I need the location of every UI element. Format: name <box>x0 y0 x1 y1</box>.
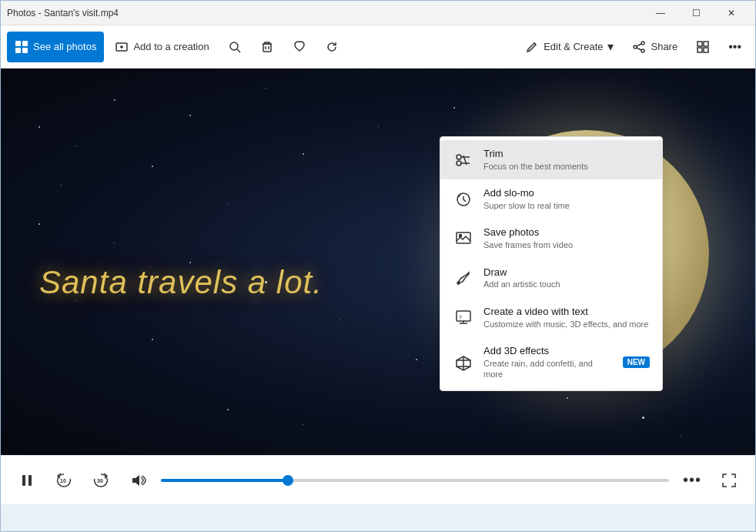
svg-rect-0 <box>15 41 21 46</box>
trim-title: Trim <box>483 148 650 161</box>
view-icon <box>696 40 710 54</box>
video-overlay-text: Santa travels a lot. <box>39 264 323 301</box>
draw-title: Draw <box>483 266 650 279</box>
add-to-creation-button[interactable]: Add to a creation <box>107 32 216 62</box>
title-bar: Photos - Santan's visit.mp4 — ☐ ✕ <box>1 1 755 25</box>
menu-item-save-photos[interactable]: Save photos Save frames from video <box>440 219 662 258</box>
rotate-icon <box>325 40 339 54</box>
share-button[interactable]: Share <box>624 32 685 62</box>
svg-rect-3 <box>22 48 28 53</box>
rotate-button[interactable] <box>317 32 346 62</box>
svg-rect-54 <box>28 475 32 486</box>
minimize-button[interactable]: — <box>643 1 678 25</box>
video-text-subtitle: Customize with music, 3D effects, and mo… <box>483 319 650 330</box>
zoom-button[interactable] <box>220 32 249 62</box>
slomo-text: Add slo-mo Super slow to real time <box>483 187 650 211</box>
slomo-subtitle: Super slow to real time <box>483 200 650 211</box>
svg-rect-9 <box>263 44 271 52</box>
draw-icon <box>453 267 474 289</box>
save-photos-title: Save photos <box>483 226 650 239</box>
3d-effects-icon <box>453 352 474 373</box>
toolbar: See all photos Add to a creation <box>1 25 755 69</box>
more-options-icon: ••• <box>683 471 701 489</box>
svg-point-44 <box>457 282 460 284</box>
svg-line-12 <box>534 43 536 45</box>
maximize-button[interactable]: ☐ <box>678 1 714 25</box>
menu-item-3d-effects[interactable]: Add 3D effects Create rain, add confetti… <box>440 337 662 387</box>
draw-text: Draw Add an artistic touch <box>483 266 650 290</box>
window-title: Photos - Santan's visit.mp4 <box>7 8 119 18</box>
3d-effects-subtitle: Create rain, add confetti, and more <box>483 358 614 380</box>
svg-line-17 <box>637 48 641 50</box>
skip-fwd-30-button[interactable]: 30 <box>87 467 115 494</box>
trim-subtitle: Focus on the best moments <box>483 161 650 172</box>
svg-text:T: T <box>459 314 463 320</box>
see-all-photos-button[interactable]: See all photos <box>7 32 104 62</box>
slomo-icon <box>453 189 474 210</box>
svg-rect-1 <box>22 41 28 46</box>
progress-bar[interactable] <box>161 479 669 482</box>
menu-item-draw[interactable]: Draw Add an artistic touch <box>440 259 662 298</box>
slomo-title: Add slo-mo <box>483 187 650 200</box>
close-button[interactable]: ✕ <box>714 1 749 25</box>
menu-item-video-text[interactable]: T Create a video with text Customize wit… <box>440 298 662 337</box>
new-badge: NEW <box>623 356 650 368</box>
playback-controls: 10 30 ••• <box>1 455 755 504</box>
see-all-photos-label: See all photos <box>33 41 96 52</box>
svg-point-37 <box>457 161 461 166</box>
more-icon: ••• <box>728 40 741 54</box>
svg-rect-21 <box>704 48 708 52</box>
save-photos-text: Save photos Save frames from video <box>483 226 650 250</box>
window-controls: — ☐ ✕ <box>643 1 749 25</box>
svg-rect-20 <box>697 48 702 52</box>
edit-create-label: Edit & Create <box>544 41 603 52</box>
video-player: Santa travels a lot. Trim Focus on the b… <box>1 69 755 455</box>
edit-icon <box>525 40 539 54</box>
svg-point-14 <box>634 45 637 49</box>
add-creation-icon <box>115 40 129 54</box>
heart-icon <box>293 40 306 54</box>
3d-effects-text: Add 3D effects Create rain, add confetti… <box>483 345 614 380</box>
video-text-title: Create a video with text <box>483 306 650 319</box>
play-pause-button[interactable] <box>13 467 41 494</box>
more-options-button[interactable]: ••• <box>678 467 706 494</box>
volume-button[interactable] <box>124 467 152 494</box>
video-text-text: Create a video with text Customize with … <box>483 306 650 330</box>
trim-text: Trim Focus on the best moments <box>483 148 650 172</box>
video-text-icon: T <box>453 306 474 328</box>
progress-thumb[interactable] <box>283 475 293 486</box>
fullscreen-button[interactable] <box>715 467 743 494</box>
more-button[interactable]: ••• <box>721 32 749 62</box>
svg-point-13 <box>641 42 644 45</box>
svg-rect-19 <box>704 42 708 46</box>
view-toggle-button[interactable] <box>688 32 718 62</box>
delete-button[interactable] <box>253 32 282 62</box>
svg-marker-57 <box>132 475 139 486</box>
svg-text:10: 10 <box>60 478 66 483</box>
svg-point-15 <box>641 49 644 52</box>
menu-item-trim[interactable]: Trim Focus on the best moments <box>440 140 662 179</box>
photos-icon <box>15 40 28 54</box>
share-icon <box>632 40 646 54</box>
save-photos-subtitle: Save frames from video <box>483 239 650 250</box>
svg-rect-2 <box>15 48 21 53</box>
save-photos-icon <box>453 228 474 249</box>
favorite-button[interactable] <box>285 32 314 62</box>
svg-rect-18 <box>697 42 702 46</box>
progress-fill <box>161 479 288 482</box>
svg-rect-53 <box>22 475 25 486</box>
svg-line-8 <box>237 49 240 52</box>
menu-item-slo-mo[interactable]: Add slo-mo Super slow to real time <box>440 179 662 219</box>
svg-line-16 <box>637 44 641 46</box>
svg-text:30: 30 <box>97 478 103 483</box>
draw-subtitle: Add an artistic touch <box>483 279 650 289</box>
svg-point-36 <box>457 155 461 159</box>
add-to-creation-label: Add to a creation <box>133 41 209 52</box>
chevron-down-icon: ▾ <box>607 39 614 54</box>
skip-back-10-button[interactable]: 10 <box>50 467 78 494</box>
delete-icon <box>260 40 274 54</box>
edit-create-dropdown: Trim Focus on the best moments Add slo-m… <box>440 136 663 391</box>
edit-create-button[interactable]: Edit & Create ▾ <box>517 32 621 62</box>
share-label: Share <box>651 41 677 52</box>
zoom-icon <box>228 40 242 54</box>
